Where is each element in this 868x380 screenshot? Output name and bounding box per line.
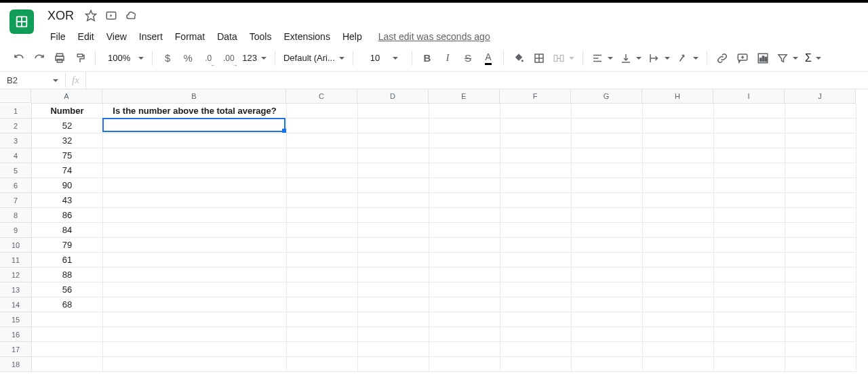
cell-D12[interactable]: [358, 268, 429, 282]
cell-G6[interactable]: [572, 178, 643, 193]
cell-E11[interactable]: [429, 253, 500, 268]
col-header-I[interactable]: I: [713, 89, 785, 103]
cell-G16[interactable]: [572, 327, 643, 342]
cell-A14[interactable]: 68: [32, 297, 103, 312]
cell-J5[interactable]: [785, 163, 856, 178]
row-header-4[interactable]: 4: [0, 148, 31, 163]
row-header-13[interactable]: 13: [0, 282, 31, 297]
cell-E3[interactable]: [429, 133, 500, 148]
cell-B16[interactable]: [103, 327, 287, 342]
cell-J17[interactable]: [785, 342, 856, 357]
cell-F18[interactable]: [500, 357, 572, 372]
print-icon[interactable]: [50, 49, 69, 68]
cell-I3[interactable]: [714, 133, 785, 148]
row-header-8[interactable]: 8: [0, 208, 31, 223]
cell-F9[interactable]: [500, 223, 572, 238]
cell-G2[interactable]: [572, 119, 643, 133]
cell-J2[interactable]: [785, 119, 856, 133]
italic-icon[interactable]: I: [438, 49, 457, 68]
cell-G11[interactable]: [572, 253, 643, 268]
col-header-J[interactable]: J: [785, 89, 856, 103]
menu-data[interactable]: Data: [212, 28, 243, 45]
cell-I11[interactable]: [714, 253, 785, 268]
cell-H10[interactable]: [643, 238, 714, 253]
cell-A16[interactable]: [32, 327, 103, 342]
cell-H3[interactable]: [643, 133, 714, 148]
cell-I18[interactable]: [714, 357, 785, 372]
row-header-7[interactable]: 7: [0, 193, 31, 208]
cell-E18[interactable]: [429, 357, 500, 372]
cell-J3[interactable]: [785, 133, 856, 148]
wrap-dropdown[interactable]: [646, 49, 673, 68]
zoom-dropdown[interactable]: 100%: [101, 49, 146, 68]
cell-B14[interactable]: [103, 297, 287, 312]
row-header-17[interactable]: 17: [0, 342, 31, 357]
number-format-dropdown[interactable]: 123: [239, 49, 269, 68]
cell-J13[interactable]: [785, 282, 856, 297]
cell-E8[interactable]: [429, 208, 500, 223]
cell-H15[interactable]: [643, 312, 714, 327]
row-header-10[interactable]: 10: [0, 238, 31, 253]
cell-C17[interactable]: [287, 342, 358, 357]
cell-H2[interactable]: [643, 119, 714, 133]
row-header-3[interactable]: 3: [0, 133, 31, 148]
cell-H7[interactable]: [643, 193, 714, 208]
v-align-dropdown[interactable]: [617, 49, 644, 68]
cell-J7[interactable]: [785, 193, 856, 208]
cell-F14[interactable]: [500, 297, 572, 312]
cell-G9[interactable]: [572, 223, 643, 238]
cell-F10[interactable]: [500, 238, 572, 253]
cell-E9[interactable]: [429, 223, 500, 238]
cell-A8[interactable]: 86: [32, 208, 103, 223]
borders-icon[interactable]: [530, 49, 549, 68]
cell-I16[interactable]: [714, 327, 785, 342]
cell-E16[interactable]: [429, 327, 500, 342]
chart-icon[interactable]: [753, 49, 772, 68]
cell-D8[interactable]: [358, 208, 429, 223]
cell-E12[interactable]: [429, 268, 500, 282]
cell-H14[interactable]: [643, 297, 714, 312]
cell-F16[interactable]: [500, 327, 572, 342]
cell-D14[interactable]: [358, 297, 429, 312]
cell-E15[interactable]: [429, 312, 500, 327]
merge-dropdown[interactable]: [550, 49, 577, 68]
cell-A4[interactable]: 75: [32, 148, 103, 163]
menu-help[interactable]: Help: [337, 28, 368, 45]
cell-F3[interactable]: [500, 133, 572, 148]
col-header-G[interactable]: G: [571, 89, 642, 103]
cell-E13[interactable]: [429, 282, 500, 297]
cell-F15[interactable]: [500, 312, 572, 327]
cloud-icon[interactable]: [125, 9, 138, 22]
cell-J16[interactable]: [785, 327, 856, 342]
cell-F5[interactable]: [500, 163, 572, 178]
cell-J1[interactable]: [785, 104, 856, 119]
cell-D16[interactable]: [358, 327, 429, 342]
filter-dropdown[interactable]: [774, 49, 801, 68]
cell-A5[interactable]: 74: [32, 163, 103, 178]
menu-insert[interactable]: Insert: [134, 28, 168, 45]
cell-J4[interactable]: [785, 148, 856, 163]
paint-format-icon[interactable]: [71, 49, 90, 68]
cell-A11[interactable]: 61: [32, 253, 103, 268]
cell-A13[interactable]: 56: [32, 282, 103, 297]
cell-J15[interactable]: [785, 312, 856, 327]
cell-I17[interactable]: [714, 342, 785, 357]
cell-F6[interactable]: [500, 178, 572, 193]
cell-C3[interactable]: [287, 133, 358, 148]
cell-J14[interactable]: [785, 297, 856, 312]
document-title[interactable]: XOR: [45, 8, 77, 24]
font-dropdown[interactable]: Default (Ari...: [281, 49, 347, 68]
cell-J10[interactable]: [785, 238, 856, 253]
name-box[interactable]: B2: [0, 75, 65, 85]
cell-I15[interactable]: [714, 312, 785, 327]
cell-C12[interactable]: [287, 268, 358, 282]
cell-D10[interactable]: [358, 238, 429, 253]
cell-A15[interactable]: [32, 312, 103, 327]
cell-C16[interactable]: [287, 327, 358, 342]
cell-I12[interactable]: [714, 268, 785, 282]
cell-G5[interactable]: [572, 163, 643, 178]
cell-G1[interactable]: [572, 104, 643, 119]
cell-B5[interactable]: [103, 163, 287, 178]
cell-B6[interactable]: [103, 178, 287, 193]
menu-file[interactable]: File: [45, 28, 71, 45]
